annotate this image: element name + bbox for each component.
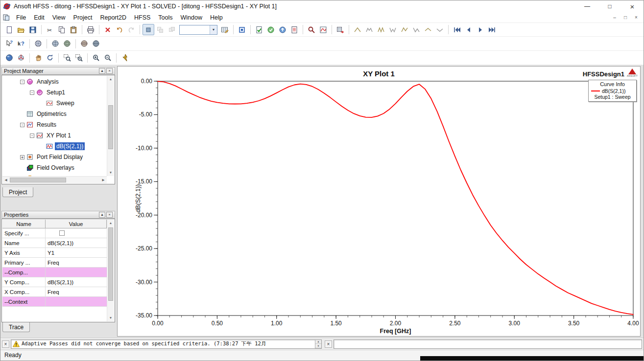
animate-prev-icon[interactable]: [463, 24, 475, 35]
scroll-left-icon[interactable]: ◀: [2, 177, 9, 183]
sphere-display-2-icon[interactable]: [61, 38, 73, 49]
tree-item-db-s-2-1[interactable]: dB(S(2,1)): [2, 141, 107, 152]
animate-last-icon[interactable]: [486, 24, 498, 35]
animate-next-icon[interactable]: [475, 24, 486, 35]
menu-help[interactable]: Help: [206, 13, 227, 23]
scroll-up-icon[interactable]: ▲: [107, 76, 114, 83]
animate-first-icon[interactable]: [451, 24, 463, 35]
sphere-display-4-icon[interactable]: [90, 38, 102, 49]
message-spinner[interactable]: ▲ ▼: [315, 340, 321, 348]
tab-trace[interactable]: Trace: [2, 322, 30, 332]
expand-icon[interactable]: +: [20, 155, 24, 159]
restore-button[interactable]: □: [598, 0, 621, 12]
close-progress-icon[interactable]: ×: [325, 340, 332, 348]
menu-window[interactable]: Window: [177, 13, 206, 23]
tree-item-label[interactable]: Results: [35, 121, 58, 129]
axes-sphere-icon[interactable]: [15, 52, 27, 64]
open-file-icon[interactable]: [15, 24, 27, 35]
solution-page-icon[interactable]: [288, 24, 300, 35]
create-report-icon[interactable]: [317, 24, 329, 35]
solution-data-icon[interactable]: [306, 24, 317, 35]
tree-item-xy-plot-1[interactable]: -XY Plot 1: [2, 130, 107, 141]
project-tree-horizontal-scrollbar[interactable]: ◀ ▶: [2, 176, 107, 183]
spin-down-icon[interactable]: ▼: [315, 344, 321, 348]
mdi-minimize-icon[interactable]: –: [610, 14, 619, 21]
cut-icon[interactable]: ✂: [44, 24, 56, 35]
spin-up-icon[interactable]: ▲: [315, 340, 321, 344]
context-help-icon[interactable]: ?: [3, 38, 15, 49]
property-value[interactable]: [46, 268, 107, 277]
tree-item-field-overlays[interactable]: Field Overlays: [2, 162, 107, 173]
delete-icon[interactable]: [102, 24, 114, 35]
whats-this-icon[interactable]: k?: [15, 38, 27, 49]
tree-item-label[interactable]: XY Plot 1: [45, 132, 72, 139]
submit-job-icon[interactable]: [277, 24, 288, 35]
close-button[interactable]: ×: [621, 0, 644, 12]
menu-hfss[interactable]: HFSS: [130, 13, 154, 23]
checkbox[interactable]: [59, 230, 65, 236]
property-value[interactable]: dB(S(2,1)): [46, 238, 107, 248]
tree-item-label[interactable]: Port Field Display: [35, 153, 84, 161]
edit-sources-icon[interactable]: [219, 24, 231, 35]
analyze-all-icon[interactable]: [265, 24, 277, 35]
property-value[interactable]: Y1: [46, 248, 107, 257]
render-sphere-icon[interactable]: [3, 52, 15, 64]
tree-item-label[interactable]: Setup1: [45, 89, 67, 96]
collapse-icon[interactable]: -: [20, 123, 24, 127]
tab-project[interactable]: Project: [2, 187, 33, 197]
wave-8-icon[interactable]: [434, 24, 446, 35]
field-sphere-icon[interactable]: [32, 38, 44, 49]
property-value[interactable]: Freq: [46, 287, 107, 296]
collapse-icon[interactable]: -: [30, 90, 34, 95]
menu-tools[interactable]: Tools: [154, 13, 176, 23]
scrollbar-thumb[interactable]: [10, 178, 66, 182]
validation-check-icon[interactable]: [253, 24, 265, 35]
tree-item-label[interactable]: Optimetrics: [35, 110, 68, 118]
property-value[interactable]: Freq: [46, 258, 107, 267]
property-value[interactable]: [46, 228, 107, 238]
wave-1-icon[interactable]: [352, 24, 363, 35]
curve-info-legend[interactable]: Curve Info dB(S(2,1)) Setup1 : Sweep: [588, 80, 637, 102]
mdi-close-icon[interactable]: ×: [632, 14, 641, 21]
dynamic-zoom-icon[interactable]: [119, 52, 131, 64]
scrollbar-thumb[interactable]: [108, 105, 113, 149]
wave-5-icon[interactable]: [399, 24, 410, 35]
tree-item-sweep[interactable]: Sweep: [2, 98, 107, 109]
tree-item-optimetrics[interactable]: Optimetrics: [2, 109, 107, 119]
properties-header[interactable]: Properties ▴ ×: [1, 211, 115, 219]
print-icon[interactable]: [85, 24, 96, 35]
close-message-icon[interactable]: ×: [2, 340, 9, 348]
scroll-right-icon[interactable]: ▶: [100, 177, 107, 183]
new-file-icon[interactable]: [3, 24, 15, 35]
tree-item-label[interactable]: dB(S(2,1)): [55, 142, 85, 150]
matrix-export-icon[interactable]: [334, 24, 346, 35]
scroll-down-icon[interactable]: ▼: [107, 169, 114, 176]
menu-project[interactable]: Project: [70, 13, 96, 23]
close-pane-icon[interactable]: ×: [106, 212, 113, 218]
tree-item-analysis[interactable]: -Analysis: [2, 76, 107, 87]
pan-icon[interactable]: [32, 52, 44, 64]
collapse-icon[interactable]: -: [30, 134, 34, 138]
tree-item-label[interactable]: Analysis: [35, 78, 60, 86]
tree-item-label[interactable]: Field Overlays: [35, 164, 76, 172]
sphere-display-icon[interactable]: [49, 38, 61, 49]
wave-7-icon[interactable]: [422, 24, 434, 35]
scroll-up-icon[interactable]: ▲: [107, 220, 114, 226]
wave-2-icon[interactable]: [363, 24, 375, 35]
copy-icon[interactable]: [56, 24, 68, 35]
scroll-down-icon[interactable]: ▼: [107, 315, 114, 321]
project-manager-header[interactable]: Project Manager ▴ ×: [1, 67, 115, 75]
zoom-window-out-icon[interactable]: [73, 52, 85, 64]
zoom-in-icon[interactable]: [90, 52, 102, 64]
dock-arrow-icon[interactable]: ▴: [99, 212, 105, 218]
mdi-restore-icon[interactable]: □: [621, 14, 630, 21]
property-value[interactable]: dB(S(2,1)): [46, 277, 107, 287]
dock-arrow-icon[interactable]: ▴: [99, 68, 105, 74]
zoom-window-in-icon[interactable]: [61, 52, 73, 64]
sphere-display-3-icon[interactable]: [78, 38, 90, 49]
wave-4-icon[interactable]: [387, 24, 399, 35]
wave-6-icon[interactable]: [410, 24, 422, 35]
project-tree-vertical-scrollbar[interactable]: ▲ ▼: [107, 76, 114, 176]
scrollbar-thumb[interactable]: [108, 227, 113, 301]
properties-vertical-scrollbar[interactable]: ▲ ▼: [107, 220, 114, 321]
